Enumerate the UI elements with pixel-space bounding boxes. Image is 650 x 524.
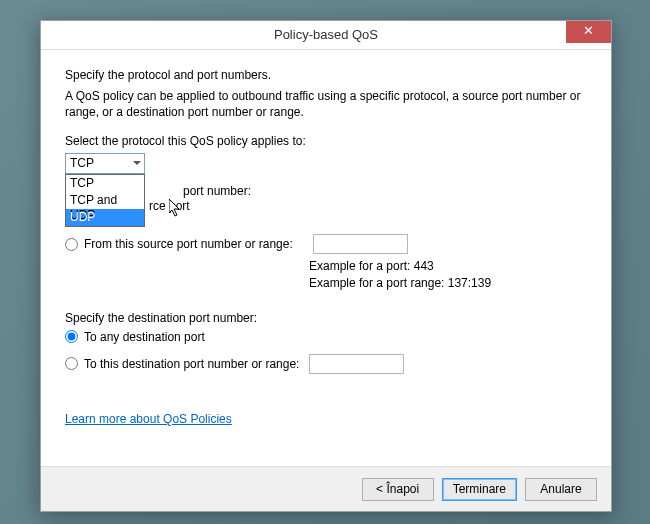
dest-range-row: To this destination port number or range… [65, 354, 587, 374]
protocol-dropdown-list: TCP TCP and UDP UDP [65, 174, 145, 227]
learn-more-link[interactable]: Learn more about QoS Policies [65, 412, 232, 426]
protocol-option-tcp-and-udp[interactable]: TCP and UDP [66, 192, 144, 209]
dest-any-radio[interactable] [65, 330, 78, 343]
dest-any-label: To any destination port [84, 330, 205, 344]
back-button[interactable]: < Înapoi [362, 478, 434, 501]
example-port: Example for a port: 443 [309, 258, 587, 274]
cursor-icon [169, 199, 183, 219]
protocol-select-value: TCP [70, 156, 94, 170]
finish-button[interactable]: Terminare [442, 478, 517, 501]
source-range-input[interactable] [313, 234, 408, 254]
footer: < Înapoi Terminare Anulare [41, 466, 611, 511]
example-range: Example for a port range: 137:139 [309, 275, 587, 291]
close-button[interactable]: ✕ [566, 21, 611, 43]
window-title: Policy-based QoS [274, 27, 378, 42]
protocol-select[interactable]: TCP [65, 153, 145, 174]
protocol-option-tcp[interactable]: TCP [66, 175, 144, 192]
protocol-option-udp[interactable]: UDP [66, 209, 144, 226]
dest-range-label: To this destination port number or range… [84, 357, 299, 371]
dialog-window: Policy-based QoS ✕ Specify the protocol … [40, 20, 612, 512]
close-icon: ✕ [583, 23, 594, 38]
dest-range-input[interactable] [309, 354, 404, 374]
titlebar: Policy-based QoS ✕ [41, 21, 611, 50]
protocol-label: Select the protocol this QoS policy appl… [65, 134, 587, 148]
cancel-button[interactable]: Anulare [525, 478, 597, 501]
source-range-label: From this source port number or range: [84, 237, 293, 251]
page-heading: Specify the protocol and port numbers. [65, 68, 587, 82]
dest-any-row: To any destination port [65, 330, 587, 344]
chevron-down-icon [131, 158, 141, 168]
dest-range-radio[interactable] [65, 357, 78, 370]
dest-heading: Specify the destination port number: [65, 311, 587, 325]
source-range-row: From this source port number or range: [65, 234, 587, 254]
source-port-label-partial: port number: [183, 184, 251, 198]
page-description: A QoS policy can be applied to outbound … [65, 88, 587, 120]
example-text: Example for a port: 443 Example for a po… [309, 258, 587, 290]
content-area: Specify the protocol and port numbers. A… [41, 50, 611, 426]
source-range-radio[interactable] [65, 238, 78, 251]
